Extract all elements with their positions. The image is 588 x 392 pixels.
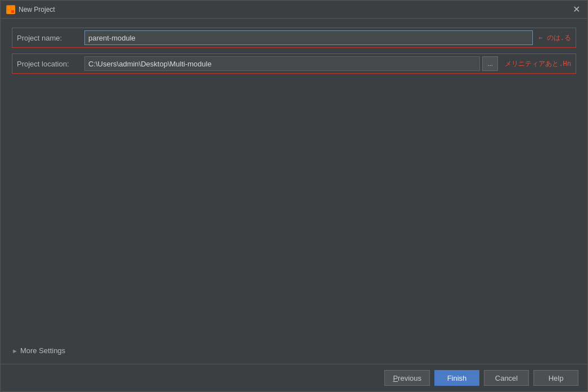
title-bar-left: New Project bbox=[6, 5, 55, 14]
dialog-title: New Project bbox=[19, 6, 55, 14]
close-button[interactable]: ✕ bbox=[571, 4, 582, 15]
project-name-row: Project name: ← のは.る bbox=[12, 28, 576, 48]
new-project-dialog: New Project ✕ Project name: ← のは.る Proje… bbox=[0, 0, 588, 392]
browse-button[interactable]: ... bbox=[482, 56, 498, 71]
svg-rect-3 bbox=[11, 10, 14, 13]
project-name-label: Project name: bbox=[17, 34, 84, 42]
help-label: Help bbox=[549, 374, 564, 382]
help-button[interactable]: Help bbox=[533, 370, 578, 386]
cancel-button[interactable]: Cancel bbox=[484, 370, 529, 386]
more-settings-label: More Settings bbox=[20, 346, 65, 355]
annotation-name: ← のは.る bbox=[538, 33, 571, 43]
dialog-footer: Previous Finish Cancel Help bbox=[1, 364, 587, 391]
project-location-row: Project location: ... メリニティアあと.Hn bbox=[12, 54, 576, 74]
finish-label: Finish bbox=[447, 374, 467, 382]
browse-label: ... bbox=[488, 60, 493, 67]
finish-annotation-area: 次重もない。履先近小のは的制了 bbox=[12, 292, 576, 343]
project-location-input[interactable] bbox=[84, 56, 480, 71]
svg-rect-1 bbox=[11, 6, 14, 9]
finish-button[interactable]: Finish bbox=[434, 370, 479, 386]
cancel-label: Cancel bbox=[495, 374, 518, 382]
previous-label: Previous bbox=[393, 374, 421, 382]
svg-rect-2 bbox=[7, 10, 10, 13]
location-input-wrapper: ... bbox=[84, 56, 498, 71]
expand-icon: ► bbox=[12, 348, 18, 354]
annotation-location: メリニティアあと.Hn bbox=[505, 59, 571, 69]
svg-rect-0 bbox=[7, 6, 10, 9]
title-bar: New Project ✕ bbox=[1, 1, 587, 19]
project-name-input[interactable] bbox=[84, 30, 533, 45]
previous-button[interactable]: Previous bbox=[384, 370, 430, 386]
project-location-label: Project location: bbox=[17, 60, 84, 68]
body-spacer bbox=[12, 79, 576, 292]
app-icon bbox=[6, 5, 15, 14]
dialog-body: Project name: ← のは.る Project location: .… bbox=[1, 19, 587, 364]
more-settings-row[interactable]: ► More Settings bbox=[12, 343, 576, 358]
